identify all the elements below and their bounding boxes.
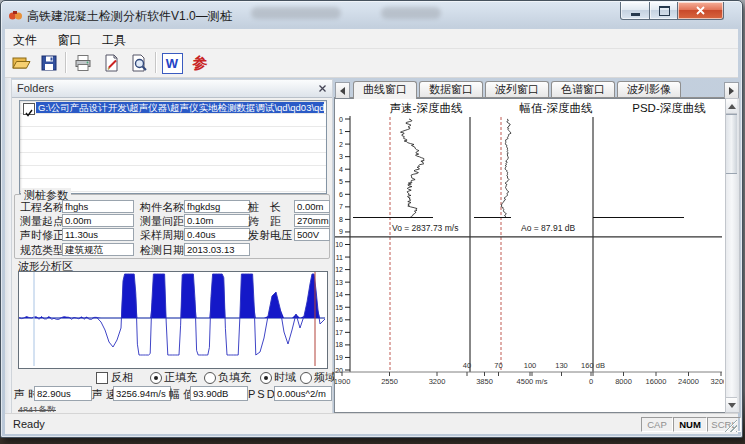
minimize-icon (631, 13, 640, 16)
fill-positive-radio[interactable] (150, 372, 162, 384)
minimize-button[interactable] (620, 2, 651, 20)
folders-title: Folders (17, 82, 54, 94)
param-value[interactable]: 建筑规范 (62, 243, 134, 256)
fill-negative-radio[interactable] (204, 372, 216, 384)
tab-wavetrain-window[interactable]: 波列窗口 (485, 81, 549, 97)
save-icon (39, 53, 59, 73)
svg-text:0: 0 (339, 116, 343, 123)
time-domain-radio[interactable] (260, 372, 272, 384)
amplitude-value[interactable]: 93.90dB (190, 386, 248, 401)
param-label: 发射电压 (248, 229, 292, 241)
param-label: 采样周期 (140, 229, 184, 241)
redaction-smudge (381, 7, 441, 19)
open-file-button[interactable] (9, 51, 33, 75)
param-value[interactable]: 0.10m (184, 214, 250, 227)
param-value[interactable]: fhgkdsg (184, 200, 250, 213)
svg-text:5: 5 (339, 178, 343, 185)
chart-svg: 声速-深度曲线幅值-深度曲线PSD-深度曲线012345678910111213… (335, 99, 724, 410)
sound-speed-value[interactable]: 3256.94m/s (113, 386, 171, 401)
export-word-button[interactable]: W (160, 51, 184, 75)
window-title: 高铁建混凝土检测分析软件V1.0—测桩 (27, 8, 232, 25)
tab-strip: 曲线窗口 数据窗口 波列窗口 色谱窗口 波列影像 (334, 79, 738, 98)
scroll-down-button[interactable] (726, 397, 737, 412)
tab-data-window[interactable]: 数据窗口 (419, 81, 483, 97)
tab-scroll-left-button[interactable] (335, 82, 350, 99)
status-text: Ready (13, 418, 45, 430)
svg-text:13: 13 (335, 279, 343, 286)
svg-text:16000: 16000 (646, 377, 667, 386)
param-value[interactable]: 0.40us (184, 228, 250, 241)
folders-header: Folders (12, 80, 332, 98)
depth-curve-0 (401, 119, 425, 217)
annotations: Vo = 2837.73 m/sAo = 87.91 dB (392, 223, 575, 233)
freq-domain-radio[interactable] (300, 372, 312, 384)
svg-text:130: 130 (555, 361, 568, 370)
svg-text:32000: 32000 (711, 377, 724, 386)
toolbar-separator (155, 52, 157, 73)
param-value[interactable]: 0.00m (62, 214, 134, 227)
waveform-plot[interactable] (18, 271, 328, 369)
param-label: 规范类型 (20, 244, 64, 256)
triangle-up-icon (728, 100, 736, 109)
page-magnifier-icon (129, 53, 149, 73)
psd-label: PSD (248, 388, 277, 400)
maximize-button[interactable] (649, 2, 679, 20)
svg-text:160 dB: 160 dB (581, 361, 605, 370)
svg-text:10: 10 (335, 241, 343, 248)
param-value[interactable]: 11.30us (62, 228, 134, 241)
printer-icon (73, 53, 93, 73)
redaction-smudge (251, 7, 341, 19)
print-button[interactable] (71, 51, 95, 75)
svg-text:12: 12 (335, 266, 343, 273)
print-preview-button[interactable] (127, 51, 151, 75)
svg-text:18: 18 (335, 341, 343, 348)
print-setup-button[interactable] (99, 51, 123, 75)
svg-text:4500 m/s: 4500 m/s (517, 377, 548, 386)
file-path-item[interactable]: G:\公司产品设计开发\超声仪器\超声仪实地检测数据调试\qd\qd03\qd0… (36, 102, 324, 113)
app-icon (8, 8, 22, 22)
svg-text:1900: 1900 (335, 377, 350, 386)
tab-spectrum-window[interactable]: 色谱窗口 (551, 81, 615, 97)
svg-text:1: 1 (339, 128, 343, 135)
sound-time-value[interactable]: 82.90us (34, 386, 92, 401)
svg-text:4: 4 (339, 166, 343, 173)
save-button[interactable] (37, 51, 61, 75)
tab-curve-window[interactable]: 曲线窗口 (353, 81, 417, 99)
folders-panel: Folders G:\公司产品设计开发\超声仪器\超声仪实地检测数据调试\qd\… (11, 79, 333, 415)
tab-scroll-right-button[interactable] (724, 82, 739, 99)
depth-curves-chart[interactable]: 声速-深度曲线幅值-深度曲线PSD-深度曲线012345678910111213… (334, 98, 727, 413)
fill-positive-label: 正填充 (164, 371, 197, 383)
fill-negative-label: 负填充 (218, 371, 251, 383)
toolbar-separator (65, 52, 67, 73)
参-icon: 参 (193, 54, 208, 73)
svg-text:16: 16 (335, 316, 343, 323)
param-value[interactable]: 500V (294, 228, 330, 241)
file-list[interactable]: G:\公司产品设计开发\超声仪器\超声仪实地检测数据调试\qd\qd03\qd0… (19, 100, 327, 194)
tab-wavetrain-image[interactable]: 波列影像 (617, 81, 681, 97)
invert-checkbox[interactable] (96, 372, 108, 384)
vertical-scrollbar[interactable] (725, 98, 740, 413)
svg-text:Vo = 2837.73 m/s: Vo = 2837.73 m/s (392, 223, 458, 233)
param-value[interactable]: fhghs (62, 200, 134, 213)
word-icon: W (162, 53, 183, 74)
file-checkbox[interactable] (23, 103, 35, 115)
svg-text:6: 6 (339, 191, 343, 198)
svg-text:40: 40 (463, 361, 471, 370)
parameters-button[interactable]: 参 (188, 51, 212, 75)
param-label: 测量起点 (20, 215, 64, 227)
svg-text:3200: 3200 (429, 377, 446, 386)
close-button[interactable] (677, 2, 724, 20)
folders-close-button[interactable] (316, 82, 329, 95)
clipped-text: 4841条数 (18, 404, 56, 412)
param-value[interactable]: 270mm (294, 214, 330, 227)
param-value[interactable]: 2013.03.13 (184, 243, 250, 256)
param-label: 测量间距 (140, 215, 184, 227)
psd-value[interactable]: 0.00us^2/m (274, 386, 332, 401)
scroll-up-button[interactable] (726, 99, 737, 114)
chevron-right-icon (729, 87, 738, 95)
svg-text:幅值-深度曲线: 幅值-深度曲线 (520, 102, 593, 114)
scrollbar-thumb[interactable] (726, 114, 737, 174)
menu-bar: 文件 窗口 工具 (5, 29, 738, 49)
svg-text:8: 8 (339, 216, 343, 223)
param-value[interactable]: 0.00m (294, 200, 330, 213)
